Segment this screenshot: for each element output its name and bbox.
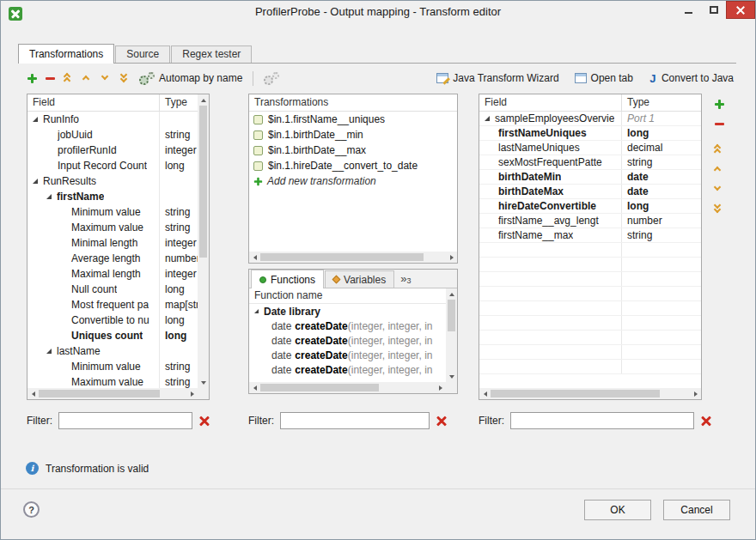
scroll-track[interactable] xyxy=(491,388,690,399)
help-button[interactable]: ? xyxy=(23,501,40,518)
tree-row[interactable]: lastName xyxy=(27,343,198,359)
scroll-right-arrow[interactable] xyxy=(690,388,701,399)
tree-row[interactable]: Minimum valuestring xyxy=(27,359,198,374)
scroll-down-arrow[interactable] xyxy=(446,371,457,382)
tree-row[interactable]: firstName__maxstring xyxy=(479,228,701,243)
tree-row[interactable]: Average lengthnumber xyxy=(27,251,198,266)
scroll-thumb[interactable] xyxy=(39,390,160,397)
function-item[interactable]: datecreateDate(integer, integer, in xyxy=(249,362,446,377)
expander-icon[interactable] xyxy=(33,117,38,122)
clear-filter-icon[interactable] xyxy=(700,415,712,427)
tree-row[interactable]: Maximum valuestring xyxy=(27,220,198,235)
tree-row[interactable]: birthDateMaxdate xyxy=(479,185,701,199)
expander-icon[interactable] xyxy=(46,194,52,199)
scroll-thumb[interactable] xyxy=(491,390,660,397)
move-field-down-button[interactable] xyxy=(710,180,729,197)
add-field-button[interactable] xyxy=(710,95,729,112)
field-column-header[interactable]: Field xyxy=(479,94,622,111)
tree-row[interactable]: lastNameUniquesdecimal xyxy=(479,141,701,155)
expander-icon[interactable] xyxy=(254,309,259,313)
scroll-left-arrow[interactable] xyxy=(27,388,39,399)
cancel-button[interactable]: Cancel xyxy=(663,500,730,520)
right-filter-input[interactable] xyxy=(510,412,694,429)
scroll-track[interactable] xyxy=(260,382,435,393)
automap-button[interactable]: Automap by name xyxy=(135,70,247,88)
add-transformation-button[interactable] xyxy=(23,71,41,86)
remove-field-button[interactable] xyxy=(710,115,729,132)
clear-filter-icon[interactable] xyxy=(198,415,210,427)
horizontal-scrollbar[interactable] xyxy=(249,252,457,263)
scroll-track[interactable] xyxy=(260,252,446,263)
move-field-top-button[interactable] xyxy=(710,141,729,158)
tab-variables[interactable]: Variables xyxy=(325,270,394,288)
move-to-bottom-button[interactable] xyxy=(116,70,135,87)
function-name-header[interactable]: Function name xyxy=(249,288,446,304)
tree-row[interactable]: Input Record Countlong xyxy=(27,158,198,173)
tree-row[interactable]: Null countlong xyxy=(27,282,198,297)
move-field-bottom-button[interactable] xyxy=(710,200,729,217)
tree-row[interactable]: Minimum valuestring xyxy=(27,204,198,220)
scroll-thumb[interactable] xyxy=(260,384,379,391)
transformation-item[interactable]: $in.1.firstName__uniques xyxy=(249,112,457,127)
tree-row[interactable]: Minimal lengthinteger xyxy=(27,235,198,251)
tree-row[interactable]: sampleEmployeesOverviePort 1 xyxy=(479,112,701,126)
move-to-top-button[interactable] xyxy=(59,70,78,87)
add-new-transformation-row[interactable]: Add new transformation xyxy=(249,173,457,189)
scroll-left-arrow[interactable] xyxy=(249,382,260,393)
vertical-scrollbar[interactable] xyxy=(198,94,209,388)
transformation-item[interactable]: $in.1.birthDate__min xyxy=(249,127,457,143)
transformation-item[interactable]: $in.1.hireDate__convert_to_date xyxy=(249,158,457,173)
scroll-track[interactable] xyxy=(198,106,209,377)
convert-to-java-button[interactable]: J Convert to Java xyxy=(644,70,738,88)
tree-row[interactable]: firstName xyxy=(27,189,198,204)
tree-row[interactable]: sexMostFrequentPattestring xyxy=(479,155,701,170)
tree-row[interactable]: Maximum valuestring xyxy=(27,374,198,388)
move-up-button[interactable] xyxy=(78,70,97,86)
function-item[interactable]: datecreateDate(integer, integer, in xyxy=(249,333,446,348)
automap-options-button[interactable] xyxy=(259,70,284,88)
scroll-track[interactable] xyxy=(39,388,186,399)
scroll-left-arrow[interactable] xyxy=(479,388,491,399)
tree-row[interactable]: RunInfo xyxy=(27,112,198,127)
scroll-thumb[interactable] xyxy=(199,106,207,258)
expander-icon[interactable] xyxy=(485,116,490,121)
left-filter-input[interactable] xyxy=(58,412,192,429)
maximize-button[interactable] xyxy=(701,1,726,19)
expander-icon[interactable] xyxy=(46,349,52,354)
scroll-up-arrow[interactable] xyxy=(198,94,209,106)
scroll-track[interactable] xyxy=(446,300,457,371)
tab-functions[interactable]: Functions xyxy=(251,270,324,288)
java-transform-wizard-button[interactable]: Java Transform Wizard xyxy=(432,70,563,87)
tree-row[interactable]: Maximal lengthinteger xyxy=(27,266,198,282)
tab-transformations[interactable]: Transformations xyxy=(18,44,114,64)
tree-row[interactable]: RunResults xyxy=(27,173,198,189)
scroll-right-arrow[interactable] xyxy=(446,252,457,263)
tab-regex-tester[interactable]: Regex tester xyxy=(171,46,252,63)
scroll-right-arrow[interactable] xyxy=(186,388,198,399)
transformation-item[interactable]: $in.1.birthDate__max xyxy=(249,143,457,158)
titlebar[interactable]: ProfilerProbe - Output mapping - Transfo… xyxy=(1,1,755,27)
field-column-header[interactable]: Field xyxy=(27,94,160,111)
horizontal-scrollbar[interactable] xyxy=(249,382,446,393)
scroll-thumb[interactable] xyxy=(448,300,455,331)
ok-button[interactable]: OK xyxy=(584,500,651,520)
horizontal-scrollbar[interactable] xyxy=(479,388,701,399)
vertical-scrollbar[interactable] xyxy=(446,288,457,382)
tree-row[interactable]: Uniques countlong xyxy=(27,328,198,343)
open-tab-button[interactable]: Open tab xyxy=(570,70,637,87)
scroll-right-arrow[interactable] xyxy=(435,382,446,393)
move-down-button[interactable] xyxy=(97,70,116,86)
tree-row[interactable]: hireDateConvertiblelong xyxy=(479,199,701,214)
tree-row[interactable]: jobUuidstring xyxy=(27,127,198,143)
expander-icon[interactable] xyxy=(33,179,38,184)
function-item[interactable]: datecreateDate(integer, integer, in xyxy=(249,319,446,333)
clear-filter-icon[interactable] xyxy=(436,415,448,427)
tree-row[interactable]: Convertible to nulong xyxy=(27,312,198,328)
tree-row[interactable]: profilerRunIdinteger xyxy=(27,143,198,158)
function-item[interactable]: datecreateDate(integer, integer, in xyxy=(249,348,446,362)
type-column-header[interactable]: Type xyxy=(622,94,655,111)
scroll-thumb[interactable] xyxy=(260,253,424,261)
remove-transformation-button[interactable] xyxy=(41,75,59,82)
scroll-down-arrow[interactable] xyxy=(198,377,209,388)
tree-row[interactable]: firstName__avg_lengtnumber xyxy=(479,214,701,228)
